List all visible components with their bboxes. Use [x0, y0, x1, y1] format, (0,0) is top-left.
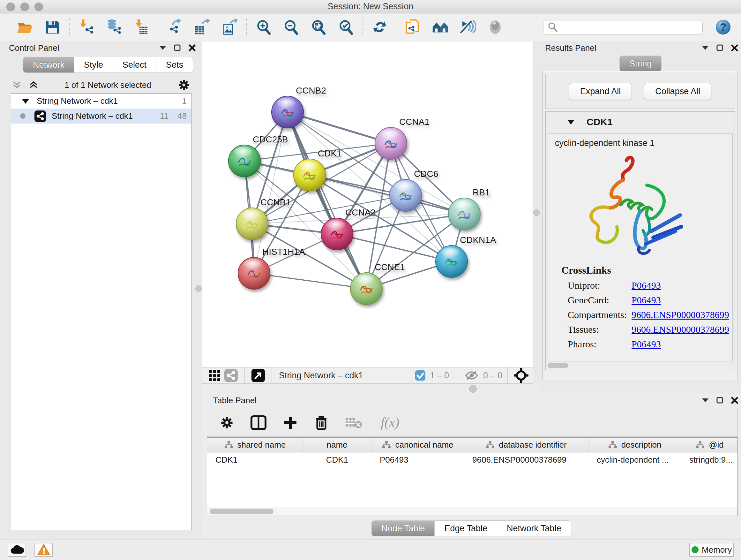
- crosslink-row: GeneCard: P06493: [568, 295, 732, 306]
- network-node-CCNA1[interactable]: CCNA1: [375, 117, 429, 159]
- import-table-icon[interactable]: [133, 19, 149, 36]
- close-panel-icon[interactable]: [731, 44, 738, 52]
- search-input[interactable]: [558, 22, 698, 33]
- column-header-@id[interactable]: @id: [681, 438, 738, 452]
- string-view-badge-icon[interactable]: [223, 367, 239, 384]
- crosslink-link[interactable]: P06493: [631, 339, 661, 350]
- vertical-splitter-right[interactable]: [533, 209, 540, 216]
- import-database-icon[interactable]: [105, 19, 122, 36]
- tree-column-icon: [695, 440, 705, 449]
- expand-all-button[interactable]: Expand All: [569, 83, 632, 100]
- export-network-icon[interactable]: [166, 19, 183, 36]
- column-header-database-identifier[interactable]: database identifier: [464, 438, 589, 452]
- panel-menu-icon[interactable]: [159, 45, 166, 51]
- tab-string[interactable]: String: [619, 56, 662, 71]
- delete-table-icon[interactable]: [345, 416, 363, 429]
- delete-column-icon[interactable]: [314, 415, 328, 430]
- tab-sets[interactable]: Sets: [156, 57, 193, 73]
- panel-menu-icon[interactable]: [701, 398, 709, 403]
- split-columns-icon[interactable]: [251, 415, 266, 430]
- network-node-CDC25B[interactable]: CDC25B: [228, 134, 288, 177]
- crosslink-link[interactable]: 9606.ENSP00000378699: [631, 324, 729, 335]
- save-session-icon[interactable]: [44, 19, 61, 36]
- network-canvas[interactable]: CCNB2 CCNA1 CDC25B CDK1 CDC6: [202, 42, 533, 367]
- warnings-button[interactable]: [35, 543, 53, 557]
- hide-graphics-details-icon[interactable]: [460, 19, 476, 36]
- scrollbar-thumb[interactable]: [210, 509, 273, 514]
- expand-all-icon[interactable]: [29, 80, 38, 90]
- collapse-all-button[interactable]: Collapse All: [644, 83, 711, 100]
- import-network-icon[interactable]: [78, 19, 94, 36]
- title-bar: Session: New Session: [0, 0, 741, 13]
- network-node-CDKN1A[interactable]: CDKN1A: [435, 235, 496, 277]
- open-file-icon[interactable]: [17, 19, 33, 36]
- tab-network-table[interactable]: Network Table: [497, 520, 571, 537]
- network-options-gear-icon[interactable]: [178, 78, 190, 91]
- function-builder-icon[interactable]: f(x): [380, 415, 406, 431]
- tab-node-table[interactable]: Node Table: [372, 520, 434, 537]
- panel-menu-icon[interactable]: [701, 45, 709, 51]
- zoom-selected-icon[interactable]: [338, 19, 354, 36]
- node-label-CCNA2: CCNA2: [345, 207, 376, 217]
- crosslink-link[interactable]: 9606.ENSP00000378699: [631, 309, 729, 320]
- crosslink-link[interactable]: P06493: [631, 280, 661, 291]
- column-header-description[interactable]: description: [589, 438, 681, 452]
- search-icon: [547, 22, 558, 33]
- refresh-layout-icon[interactable]: [372, 19, 388, 36]
- tab-style[interactable]: Style: [74, 57, 113, 73]
- results-content: Expand All Collapse All CDK1 cyclin-depe…: [542, 71, 738, 380]
- help-button[interactable]: ?: [715, 19, 731, 36]
- grid-mode-icon[interactable]: [206, 367, 223, 384]
- selected-checkbox-icon[interactable]: [415, 370, 425, 381]
- selected-node-edge-counts: 1 – 0: [430, 371, 449, 381]
- tab-select[interactable]: Select: [113, 57, 156, 73]
- close-panel-icon[interactable]: [188, 44, 196, 52]
- neighborhood-houses-icon[interactable]: [432, 19, 449, 36]
- export-image-icon[interactable]: [221, 19, 238, 36]
- float-panel-icon[interactable]: [716, 44, 724, 52]
- network-node-CCNE1[interactable]: CCNE1: [350, 262, 405, 305]
- tab-edge-table[interactable]: Edge Table: [434, 520, 497, 537]
- network-node-RB1[interactable]: RB1: [448, 187, 490, 230]
- cdk1-expander-icon[interactable]: [567, 119, 575, 125]
- zoom-out-icon[interactable]: [283, 19, 299, 36]
- network-node-HIST1H1A[interactable]: HIST1H1A: [238, 247, 305, 289]
- gear-icon[interactable]: [220, 416, 234, 430]
- network-row-selected[interactable]: String Network – cdk1 11 48: [11, 109, 191, 124]
- tab-network[interactable]: Network: [23, 57, 74, 73]
- column-header-name[interactable]: name: [303, 438, 372, 452]
- network-node-CDK1[interactable]: CDK1: [293, 148, 342, 191]
- zoom-fit-icon[interactable]: [310, 19, 327, 36]
- close-panel-icon[interactable]: [731, 396, 738, 404]
- scrollbar-thumb[interactable]: [548, 363, 568, 368]
- vertical-splitter-left[interactable]: [195, 286, 202, 292]
- crosslink-link[interactable]: P06493: [631, 295, 661, 306]
- float-panel-icon[interactable]: [174, 44, 181, 52]
- copy-network-icon[interactable]: [405, 19, 421, 36]
- add-column-icon[interactable]: [283, 415, 298, 430]
- network-collection-row[interactable]: String Network – cdk1 1: [11, 94, 191, 109]
- cloud-button[interactable]: [8, 543, 26, 557]
- level-of-detail-icon[interactable]: [487, 19, 503, 36]
- export-table-icon[interactable]: [194, 19, 211, 36]
- tree-column-icon: [382, 440, 391, 449]
- cdk1-description: cyclin-dependent kinase 1: [548, 134, 732, 148]
- zoom-in-icon[interactable]: [255, 19, 272, 36]
- collection-expander-icon[interactable]: [21, 98, 30, 105]
- column-header-canonical-name[interactable]: canonical name: [372, 438, 464, 452]
- detach-view-icon[interactable]: [250, 367, 266, 384]
- pan-crosshair-icon[interactable]: [513, 367, 529, 384]
- window-title: Session: New Session: [0, 0, 741, 13]
- table-horizontal-scrollbar[interactable]: [207, 507, 738, 516]
- crosslink-row: Compartments: 9606.ENSP00000378699: [568, 309, 732, 320]
- search-box[interactable]: [543, 20, 703, 35]
- float-panel-icon[interactable]: [716, 396, 724, 404]
- hidden-eye-icon[interactable]: [465, 370, 479, 381]
- column-header-shared-name[interactable]: shared name: [207, 438, 303, 452]
- collapse-all-icon[interactable]: [12, 80, 22, 90]
- memory-button[interactable]: Memory: [689, 543, 734, 557]
- crosslink-label: GeneCard:: [568, 295, 631, 306]
- node-table[interactable]: shared namenamecanonical namedatabase id…: [207, 437, 738, 516]
- crosslink-label: Tissues:: [568, 324, 631, 335]
- table-row[interactable]: CDK1CDK1P064939606.ENSP00000378699cyclin…: [207, 452, 738, 467]
